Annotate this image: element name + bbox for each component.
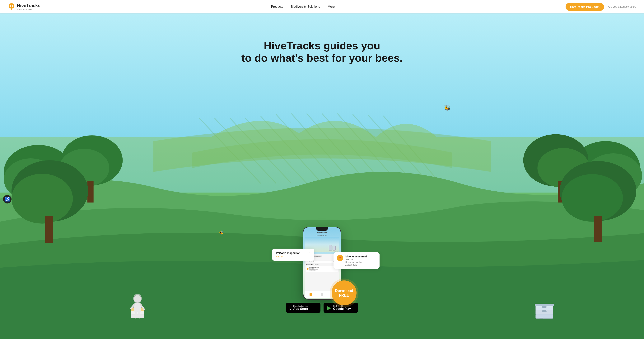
logo-name: HiveTracks — [17, 3, 40, 8]
svg-point-2 — [11, 5, 12, 7]
svg-rect-51 — [540, 318, 543, 318]
card-mite-icon: 📍 — [337, 255, 343, 261]
svg-line-43 — [135, 312, 136, 318]
phone-hive-label: Hive 02 — [334, 250, 338, 252]
svg-rect-48 — [535, 304, 554, 306]
pro-login-button[interactable]: HiveTracks Pro Login — [566, 3, 604, 11]
nav-actions: HiveTracks Pro Login Are you a Legacy us… — [566, 3, 636, 11]
phone-group-icon — [321, 293, 323, 296]
card-inspection-title: Perform inspection — [276, 251, 300, 254]
nav-links: Products Biodiversity Solutions More — [271, 5, 335, 9]
nav-more[interactable]: More — [328, 5, 335, 9]
logo-group: HiveTracks know your bees! — [8, 3, 40, 11]
card-inspection: Perform inspection › Aug 24 — [272, 249, 314, 261]
svg-rect-34 — [131, 314, 144, 318]
card-mite-assessment: 📍 Mite assessment All hives Recommendati… — [334, 252, 380, 269]
nav-products[interactable]: Products — [271, 5, 283, 9]
phone-rec-item: Mite assessment All hives Recommendation… — [306, 266, 338, 272]
svg-rect-33 — [594, 216, 602, 242]
app-store-big-text: App Store — [293, 307, 308, 310]
legacy-user-link[interactable]: Are you a Legacy user? — [608, 5, 636, 8]
card-mite-sub3: August 25th — [346, 264, 367, 266]
card-mite-sub2: Recommendation — [346, 261, 367, 263]
logo-icon — [8, 3, 15, 11]
nav-biodiversity[interactable]: Biodiversity Solutions — [291, 5, 320, 9]
bee-2: 🐝 — [219, 230, 224, 235]
google-play-icon: ▶ — [327, 305, 331, 311]
accessibility-icon: ♿ — [5, 197, 10, 202]
hero-title-line2: to do what's best for your bees. — [242, 52, 403, 64]
phone-container: Perform inspection › Aug 24 Apple Grove … — [286, 227, 358, 313]
svg-line-44 — [139, 312, 140, 318]
svg-rect-24 — [45, 216, 53, 243]
svg-rect-50 — [542, 306, 546, 308]
download-badge-text: Download FREE — [335, 288, 353, 297]
svg-point-39 — [133, 294, 142, 303]
svg-rect-49 — [542, 310, 546, 312]
app-store-small-text: Download on the — [293, 305, 308, 307]
hero-title-line1: HiveTracks guides you — [264, 40, 380, 52]
phone-with-cards: Perform inspection › Aug 24 Apple Grove … — [303, 227, 341, 300]
bee-1: 🐝 — [444, 105, 451, 111]
hive-right — [535, 291, 554, 323]
app-store-button[interactable]:  Download on the App Store — [286, 303, 320, 313]
card-chevron-icon: › — [310, 251, 310, 255]
download-badge[interactable]: Download FREE — [332, 280, 356, 305]
phone-weather: Partly cloudy | 80° — [304, 235, 340, 236]
google-play-small-text: GET IT ON — [333, 305, 351, 307]
svg-rect-45 — [536, 314, 553, 318]
hero-title: HiveTracks guides you to do what's best … — [242, 40, 403, 64]
svg-rect-18 — [34, 191, 42, 214]
card-inspection-date: Aug 24 — [276, 255, 310, 258]
hero-section: HiveTracks guides you to do what's best … — [0, 14, 644, 339]
beekeeper-figure — [129, 287, 146, 323]
navbar: HiveTracks know your bees! Products Biod… — [0, 0, 644, 14]
card-mite-sub1: All hives — [346, 258, 367, 261]
phone-personalized-title: Personalized for you — [306, 264, 319, 265]
accessibility-button[interactable]: ♿ — [3, 195, 12, 203]
logo-text: HiveTracks know your bees! — [17, 3, 40, 11]
phone-rec-dot — [307, 268, 308, 270]
phone-todo-item-1: Monitor beetles May 24 — [306, 261, 338, 263]
google-play-big-text: Google Play — [333, 307, 351, 310]
logo-tagline: know your bees! — [17, 8, 40, 11]
phone-tab-history: Hive History — [313, 255, 322, 257]
svg-rect-37 — [134, 303, 141, 312]
phone-notch — [316, 227, 328, 231]
card-mite-title: Mite assessment — [346, 255, 367, 258]
apple-icon:  — [290, 305, 291, 311]
phone-home-icon — [310, 293, 312, 296]
